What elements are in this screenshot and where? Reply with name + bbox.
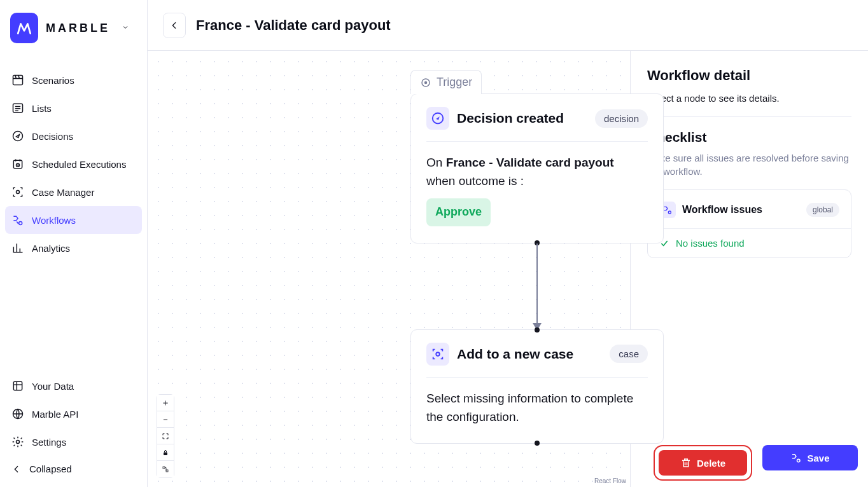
nav-label: Case Manager xyxy=(32,187,94,198)
scan-icon xyxy=(11,186,24,198)
node-decision-created[interactable]: Decision created decision On France - Va… xyxy=(410,93,664,244)
target-icon xyxy=(420,77,431,88)
sidebar-item-settings[interactable]: Settings xyxy=(5,428,142,456)
sidebar-item-decisions[interactable]: Decisions xyxy=(5,122,142,150)
svg-point-9 xyxy=(17,441,20,444)
node-header: Decision created decision xyxy=(426,107,648,142)
issues-card: Workflow issues global No issues found xyxy=(647,189,851,258)
lock-button[interactable] xyxy=(157,444,174,461)
issues-status-ok: No issues found xyxy=(659,238,839,249)
svg-rect-0 xyxy=(13,76,23,85)
delete-button-highlight: Delete xyxy=(654,445,752,481)
sidebar-item-your-data[interactable]: Your Data xyxy=(5,372,142,400)
trigger-label: Trigger xyxy=(437,76,472,89)
main: France - Validate card payout Trigger xyxy=(148,0,868,487)
sidebar: MARBLE Scenarios Lists Decisions Schedul… xyxy=(0,0,148,487)
chevron-left-icon xyxy=(11,464,22,474)
canvas-controls: ＋ － xyxy=(157,394,174,478)
back-button[interactable] xyxy=(163,13,186,38)
delete-button[interactable]: Delete xyxy=(659,450,747,476)
bar-chart-icon xyxy=(11,242,24,254)
trash-icon xyxy=(680,457,692,469)
sidebar-collapse-toggle[interactable]: Collapsed xyxy=(5,456,142,482)
flow-nodes: Trigger Decision created decision On Fra… xyxy=(410,70,664,444)
issues-status-text: No issues found xyxy=(676,238,745,249)
canvas-attribution: React Flow xyxy=(594,477,626,484)
database-icon xyxy=(11,380,24,392)
fit-view-button[interactable] xyxy=(157,428,174,444)
nav-label: Your Data xyxy=(32,381,74,392)
sidebar-item-lists[interactable]: Lists xyxy=(5,94,142,122)
body-line2: when outcome is : xyxy=(426,174,524,188)
svg-rect-15 xyxy=(163,467,165,469)
sidebar-item-scheduled[interactable]: Scheduled Executions xyxy=(5,150,142,178)
panel-title: Workflow detail xyxy=(647,67,851,84)
svg-point-18 xyxy=(797,459,801,462)
node-body: On France - Validate card payout when ou… xyxy=(426,153,648,226)
workflow-actions: Delete Save xyxy=(654,445,858,481)
body: Trigger Decision created decision On Fra… xyxy=(148,51,868,487)
save-label: Save xyxy=(807,453,829,463)
globe-icon xyxy=(11,408,24,420)
nav-label: Workflows xyxy=(32,215,76,226)
brand-row: MARBLE xyxy=(5,10,142,53)
brand-wordmark: MARBLE xyxy=(46,22,110,35)
node-title: Add to a new case xyxy=(457,346,573,362)
svg-point-17 xyxy=(668,211,671,214)
node-body: Select missing information to complete t… xyxy=(426,389,648,427)
workflow-icon xyxy=(790,452,802,463)
node-port-out[interactable] xyxy=(535,441,540,446)
svg-point-13 xyxy=(436,352,440,356)
flow-edge xyxy=(536,244,538,329)
node-add-to-case[interactable]: Add to a new case case Select missing in… xyxy=(410,329,664,444)
svg-point-5 xyxy=(17,191,20,194)
clapperboard-icon xyxy=(11,74,24,86)
sidebar-item-workflows[interactable]: Workflows xyxy=(5,206,142,234)
divider xyxy=(648,228,851,229)
node-header: Add to a new case case xyxy=(426,343,648,378)
compass-icon xyxy=(426,107,449,130)
issues-scope-tag: global xyxy=(806,203,839,217)
svg-rect-16 xyxy=(166,470,168,472)
sidebar-item-case-manager[interactable]: Case Manager xyxy=(5,178,142,206)
nav-label: Marble API xyxy=(32,409,78,420)
panel-help: Select a node to see its details. xyxy=(647,93,851,117)
sidebar-item-api[interactable]: Marble API xyxy=(5,400,142,428)
outcome-pill-approve: Approve xyxy=(426,198,491,226)
body-prefix: On xyxy=(426,156,446,169)
nav-primary: Scenarios Lists Decisions Scheduled Exec… xyxy=(5,66,142,262)
checklist-title: Checklist xyxy=(647,130,851,145)
chevron-left-icon xyxy=(169,20,179,31)
gear-icon xyxy=(11,436,24,448)
svg-rect-14 xyxy=(164,452,167,455)
calendar-clock-icon xyxy=(11,158,24,170)
node-tag: decision xyxy=(595,109,648,128)
save-button[interactable]: Save xyxy=(762,445,858,470)
svg-point-6 xyxy=(19,222,22,225)
body-scenario: France - Validate card payout xyxy=(446,156,614,169)
svg-point-11 xyxy=(425,81,427,83)
node-port-in[interactable] xyxy=(535,327,540,333)
svg-rect-7 xyxy=(13,381,22,390)
compass-icon xyxy=(11,130,24,142)
brand-logo xyxy=(10,13,38,43)
sidebar-item-analytics[interactable]: Analytics xyxy=(5,234,142,262)
zoom-in-button[interactable]: ＋ xyxy=(157,395,174,411)
brand-menu-caret[interactable] xyxy=(122,22,129,34)
detail-panel: Workflow detail Select a node to see its… xyxy=(630,51,868,487)
sidebar-item-scenarios[interactable]: Scenarios xyxy=(5,66,142,94)
workflow-icon xyxy=(11,214,24,226)
nav-label: Lists xyxy=(32,103,52,114)
flow-canvas[interactable]: Trigger Decision created decision On Fra… xyxy=(148,51,630,487)
checklist-help: Make sure all issues are resolved before… xyxy=(647,151,851,178)
nav-label: Settings xyxy=(32,437,66,448)
nav-label: Scheduled Executions xyxy=(32,159,126,170)
scan-icon xyxy=(426,343,449,366)
minimap-button[interactable] xyxy=(157,461,174,477)
node-tag: case xyxy=(610,345,648,363)
page-title: France - Validate card payout xyxy=(196,17,391,34)
topbar: France - Validate card payout xyxy=(148,0,868,51)
zoom-out-button[interactable]: － xyxy=(157,411,174,428)
trigger-tab[interactable]: Trigger xyxy=(410,70,482,94)
nav-secondary: Your Data Marble API Settings Collapsed xyxy=(5,372,142,482)
